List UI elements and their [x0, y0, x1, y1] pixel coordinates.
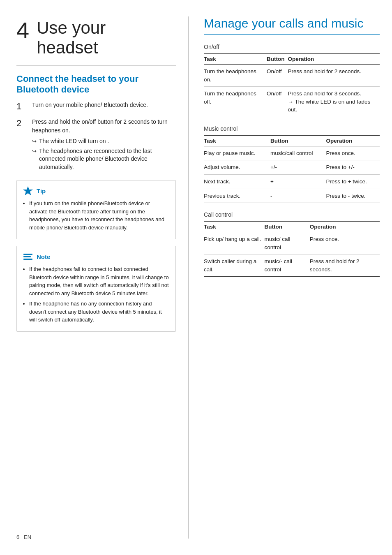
- call-header-row: Task Button Operation: [204, 222, 380, 232]
- music-header-row: Task Button Operation: [204, 135, 380, 146]
- chapter-header: 4 Use your headset: [16, 16, 176, 58]
- table-row: Turn the headphones off. On/off Press an…: [204, 87, 380, 117]
- arrow-icon-1: ↪: [32, 138, 37, 145]
- steps-list: 1 Turn on your mobile phone/ Bluetooth d…: [16, 101, 176, 173]
- note-label: Note: [37, 253, 50, 260]
- tip-label: Tip: [37, 187, 46, 194]
- music-row2-operation: Press to +/-: [326, 160, 380, 175]
- music-row3-button: +: [270, 174, 326, 189]
- music-row4-button: -: [270, 189, 326, 203]
- note-lines-icon: [23, 251, 33, 262]
- note-bullet-1: If the headphones fail to connect to las…: [29, 265, 170, 297]
- note-bullet-2: If the headphone has no any connection h…: [29, 300, 170, 324]
- page-lang: EN: [24, 534, 31, 540]
- page-footer: 6 EN: [16, 534, 31, 540]
- onoff-table: Task Button Operation Turn the headphone…: [204, 53, 380, 117]
- music-row4-task: Previous track.: [204, 189, 270, 203]
- call-col-operation: Operation: [310, 222, 380, 232]
- tip-bullet-1: If you turn on the mobile phone/Bluetoot…: [29, 199, 170, 231]
- call-col-task: Task: [204, 222, 265, 232]
- note-box-header: Note: [23, 251, 170, 262]
- table-row: Pick up/ hang up a call. music/ call con…: [204, 232, 380, 254]
- sub-bullet-1: ↪ The white LED will turn on .: [32, 137, 176, 146]
- step-2-num: 2: [16, 118, 30, 130]
- music-row3-operation: Press to + twice.: [326, 174, 380, 189]
- music-row1-task: Play or pause music.: [204, 146, 270, 160]
- note-line-2: [23, 256, 31, 257]
- note-box: Note If the headphones fail to connect t…: [16, 246, 176, 332]
- right-col-inner: Manage your calls and music On/off Task …: [204, 16, 380, 277]
- call-tbody: Pick up/ hang up a call. music/ call con…: [204, 232, 380, 277]
- call-row2-operation: Press and hold for 2 seconds.: [310, 254, 380, 277]
- note-line-3: [23, 259, 32, 260]
- left-column: 4 Use your headset Connect the headset t…: [16, 16, 189, 539]
- onoff-row2-sub: → The white LED is on and fades out.: [288, 99, 370, 113]
- onoff-header-row: Task Button Operation: [204, 54, 380, 65]
- music-col-operation: Operation: [326, 135, 380, 146]
- onoff-col-task: Task: [204, 54, 267, 65]
- music-row4-operation: Press to - twice.: [326, 189, 380, 203]
- music-row1-button: music/call control: [270, 146, 326, 160]
- page-number: 6: [16, 534, 19, 540]
- onoff-row1-task: Turn the headphones on.: [204, 65, 267, 87]
- note-bullets: If the headphones fail to connect to las…: [29, 265, 170, 324]
- onoff-tbody: Turn the headphones on. On/off Press and…: [204, 65, 380, 117]
- table-row: Switch caller during a call. music/- cal…: [204, 254, 380, 277]
- onoff-label: On/off: [204, 44, 380, 50]
- music-row1-operation: Press once.: [326, 146, 380, 160]
- table-row: Play or pause music. music/call control …: [204, 146, 380, 160]
- divider-top: [16, 65, 176, 66]
- call-col-button: Button: [265, 222, 310, 232]
- star-svg: [23, 185, 33, 196]
- music-col-button: Button: [270, 135, 326, 146]
- onoff-row1-button: On/off: [267, 65, 288, 87]
- music-tbody: Play or pause music. music/call control …: [204, 146, 380, 203]
- onoff-row1-operation: Press and hold for 2 seconds.: [288, 65, 380, 87]
- table-row: Previous track. - Press to - twice.: [204, 189, 380, 203]
- tip-box-header: Tip: [23, 185, 170, 196]
- right-section-title: Manage your calls and music: [204, 16, 380, 35]
- onoff-row2-operation: Press and hold for 3 seconds. → The whit…: [288, 87, 380, 117]
- step-2-text: Press and hold the on/off button for 2 s…: [32, 118, 176, 173]
- onoff-row2-task: Turn the headphones off.: [204, 87, 267, 117]
- call-row1-button: music/ call control: [265, 232, 310, 254]
- music-table: Task Button Operation Play or pause musi…: [204, 135, 380, 203]
- step-1: 1 Turn on your mobile phone/ Bluetooth d…: [16, 101, 176, 113]
- call-thead: Task Button Operation: [204, 222, 380, 232]
- sub-bullet-2: ↪ The headphones are reconnected to the …: [32, 147, 176, 171]
- table-row: Next track. + Press to + twice.: [204, 174, 380, 189]
- music-thead: Task Button Operation: [204, 135, 380, 146]
- music-row3-task: Next track.: [204, 174, 270, 189]
- onoff-row2-button: On/off: [267, 87, 288, 117]
- arrow-icon-2: ↪: [32, 148, 37, 155]
- page: 4 Use your headset Connect the headset t…: [0, 0, 392, 555]
- call-row1-task: Pick up/ hang up a call.: [204, 232, 265, 254]
- music-row2-button: +/-: [270, 160, 326, 175]
- tip-bullets: If you turn on the mobile phone/Bluetoot…: [29, 199, 170, 231]
- step-1-text: Turn on your mobile phone/ Bluetooth dev…: [32, 101, 176, 109]
- chapter-title: Use your headset: [37, 16, 106, 58]
- call-row1-operation: Press once.: [310, 232, 380, 254]
- music-col-task: Task: [204, 135, 270, 146]
- step-2-subbullets: ↪ The white LED will turn on . ↪ The hea…: [32, 137, 176, 171]
- step-2: 2 Press and hold the on/off button for 2…: [16, 118, 176, 173]
- music-label: Music control: [204, 125, 380, 132]
- note-icon: [23, 254, 32, 260]
- onoff-col-button: Button: [267, 54, 288, 65]
- call-row2-task: Switch caller during a call.: [204, 254, 265, 277]
- music-row2-task: Adjust volume.: [204, 160, 270, 175]
- tip-box: Tip If you turn on the mobile phone/Blue…: [16, 180, 176, 239]
- tip-star-icon: [23, 185, 33, 196]
- right-column: Manage your calls and music On/off Task …: [189, 16, 380, 539]
- call-row2-button: music/- call control: [265, 254, 310, 277]
- connect-section-title: Connect the headset to your Bluetooth de…: [16, 74, 176, 95]
- onoff-thead: Task Button Operation: [204, 54, 380, 65]
- svg-marker-0: [23, 186, 33, 195]
- table-row: Turn the headphones on. On/off Press and…: [204, 65, 380, 87]
- table-row: Adjust volume. +/- Press to +/-: [204, 160, 380, 175]
- step-1-num: 1: [16, 101, 30, 113]
- chapter-number: 4: [16, 19, 29, 42]
- note-line-1: [23, 254, 32, 255]
- call-table: Task Button Operation Pick up/ hang up a…: [204, 221, 380, 277]
- call-label: Call control: [204, 211, 380, 218]
